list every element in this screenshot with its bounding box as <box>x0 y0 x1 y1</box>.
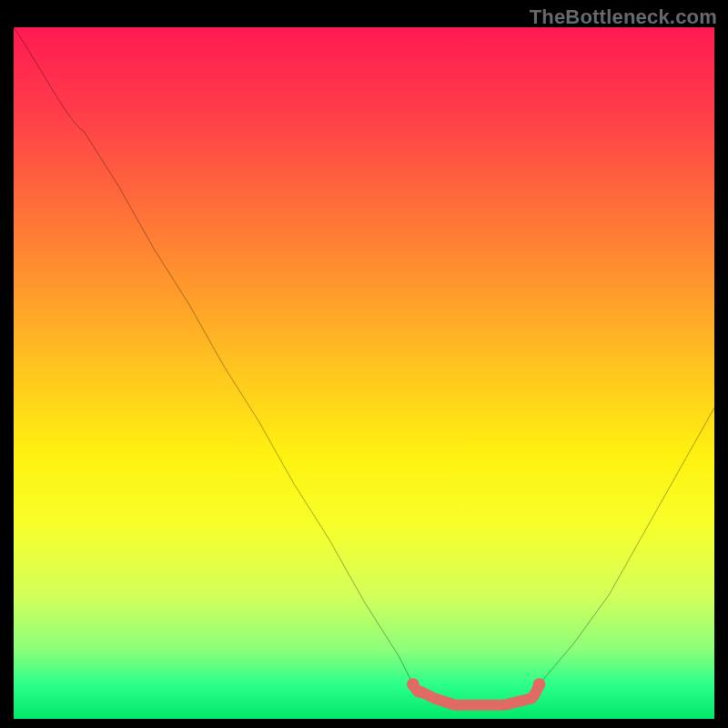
watermark-text: TheBottleneck.com <box>530 5 717 29</box>
plot-area <box>14 27 714 719</box>
heat-gradient-background <box>14 27 714 719</box>
chart-container: TheBottleneck.com <box>0 0 728 728</box>
